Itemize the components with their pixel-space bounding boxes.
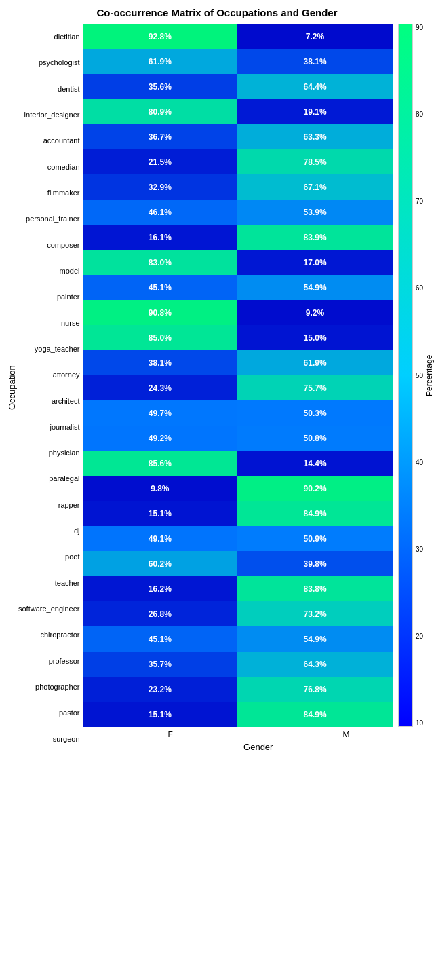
heatmap-cell-m: 90.2%	[237, 476, 393, 501]
heatmap-cell-m: 84.9%	[237, 501, 393, 526]
heatmap-cell-f: 35.6%	[83, 74, 238, 99]
heatmap-cell-f: 46.1%	[83, 200, 238, 225]
heatmap-row: 49.7%50.3%	[83, 400, 393, 426]
heatmap-cell-m: 54.9%	[237, 275, 393, 300]
heatmap-cell-f: 15.1%	[83, 702, 238, 727]
heatmap-cell-m: 63.3%	[237, 124, 393, 149]
heatmap-cell-m: 9.2%	[237, 300, 393, 325]
heatmap-row: 45.1%54.9%	[83, 626, 393, 652]
heatmap-cell-m: 67.1%	[237, 174, 393, 200]
heatmap-row: 90.8%9.2%	[83, 300, 393, 325]
heatmap: 92.8%7.2%61.9%38.1%35.6%64.4%80.9%19.1%3…	[83, 24, 393, 727]
heatmap-row: 32.9%67.1%	[83, 174, 393, 200]
heatmap-row: 15.1%84.9%	[83, 702, 393, 727]
heatmap-cell-f: 60.2%	[83, 551, 238, 576]
heatmap-cell-f: 80.9%	[83, 99, 238, 124]
heatmap-row: 49.2%50.8%	[83, 426, 393, 451]
heatmap-cell-f: 83.0%	[83, 250, 238, 275]
heatmap-row: 36.7%63.3%	[83, 124, 393, 149]
occupation-label: chiropractor	[18, 622, 80, 647]
heatmap-cell-f: 92.8%	[83, 24, 238, 49]
heatmap-cell-f: 36.7%	[83, 124, 238, 149]
heatmap-row: 23.2%76.8%	[83, 677, 393, 702]
colorbar-container: 908070605040302010 Percentage	[398, 24, 434, 727]
heatmap-cell-m: 50.8%	[237, 426, 393, 451]
occupation-label: surgeon	[18, 726, 80, 751]
heatmap-cell-m: 14.4%	[237, 451, 393, 476]
heatmap-row: 16.2%83.8%	[83, 576, 393, 601]
colorbar-tick: 10	[416, 719, 423, 727]
colorbar-tick: 60	[416, 284, 423, 292]
heatmap-cell-m: 64.4%	[237, 74, 393, 99]
occupation-label: model	[18, 258, 80, 283]
occupation-label: rapper	[18, 492, 80, 517]
heatmap-row: 45.1%54.9%	[83, 275, 393, 300]
heatmap-row: 61.9%38.1%	[83, 49, 393, 74]
heatmap-cell-m: 83.8%	[237, 576, 393, 601]
occupation-label: photographer	[18, 674, 80, 699]
heatmap-cell-f: 32.9%	[83, 174, 238, 200]
heatmap-cell-m: 15.0%	[237, 325, 393, 350]
heatmap-row: 16.1%83.9%	[83, 225, 393, 250]
occupation-label: professor	[18, 648, 80, 673]
heatmap-cell-m: 76.8%	[237, 677, 393, 702]
colorbar-tick: 70	[416, 197, 423, 205]
occupation-label: nurse	[18, 310, 80, 335]
heatmap-cell-f: 49.7%	[83, 400, 238, 426]
gender-label: F	[83, 730, 258, 739]
occupation-label: paralegal	[18, 466, 80, 491]
heatmap-cell-f: 35.7%	[83, 652, 238, 677]
heatmap-cell-m: 83.9%	[237, 225, 393, 250]
heatmap-row: 35.7%64.3%	[83, 652, 393, 677]
heatmap-cell-m: 64.3%	[237, 652, 393, 677]
heatmap-cell-f: 49.1%	[83, 526, 238, 551]
colorbar-ticks: 908070605040302010	[416, 24, 423, 727]
heatmap-cell-f: 38.1%	[83, 350, 238, 375]
heatmap-row: 80.9%19.1%	[83, 99, 393, 124]
occupation-label: software_engineer	[18, 597, 80, 622]
heatmap-cell-m: 38.1%	[237, 49, 393, 74]
heatmap-cell-f: 9.8%	[83, 476, 238, 501]
chart-area: Occupation dietitianpsychologistdentisti…	[7, 24, 434, 752]
colorbar-tick: 30	[416, 546, 423, 553]
heatmap-row: 46.1%53.9%	[83, 200, 393, 225]
occupation-labels: dietitianpsychologistdentistinterior_des…	[18, 24, 80, 752]
heatmap-cell-f: 85.6%	[83, 451, 238, 476]
heatmap-cell-f: 16.1%	[83, 225, 238, 250]
heatmap-cell-m: 19.1%	[237, 99, 393, 124]
heatmap-cell-f: 45.1%	[83, 275, 238, 300]
occupation-label: journalist	[18, 414, 80, 439]
occupation-label: filmmaker	[18, 181, 80, 206]
x-axis-title: Gender	[83, 742, 434, 752]
colorbar-tick: 80	[416, 111, 423, 118]
heatmap-cell-m: 53.9%	[237, 200, 393, 225]
heatmap-cell-m: 54.9%	[237, 626, 393, 652]
colorbar-gradient	[398, 24, 413, 727]
heatmap-row: 60.2%39.8%	[83, 551, 393, 576]
heatmap-cell-m: 7.2%	[237, 24, 393, 49]
gender-labels: FM	[83, 730, 434, 739]
heatmap-cell-f: 15.1%	[83, 501, 238, 526]
heatmap-row: 85.6%14.4%	[83, 451, 393, 476]
occupation-label: teacher	[18, 570, 80, 595]
percentage-label: Percentage	[425, 24, 434, 727]
occupation-label: psychologist	[18, 50, 80, 75]
heatmap-cell-m: 84.9%	[237, 702, 393, 727]
heatmap-row: 21.5%78.5%	[83, 149, 393, 174]
heatmap-cell-f: 90.8%	[83, 300, 238, 325]
colorbar-tick: 50	[416, 372, 423, 379]
occupation-label: pastor	[18, 700, 80, 725]
occupation-label: comedian	[18, 154, 80, 179]
heatmap-cell-f: 23.2%	[83, 677, 238, 702]
occupation-label: dietitian	[18, 24, 80, 50]
heatmap-row: 35.6%64.4%	[83, 74, 393, 99]
heatmap-row: 83.0%17.0%	[83, 250, 393, 275]
heatmap-cell-f: 85.0%	[83, 325, 238, 350]
heatmap-cell-f: 24.3%	[83, 375, 238, 400]
heatmap-cell-f: 45.1%	[83, 626, 238, 652]
heatmap-row: 49.1%50.9%	[83, 526, 393, 551]
occupation-label: composer	[18, 232, 80, 257]
heatmap-cell-m: 61.9%	[237, 350, 393, 375]
heatmap-and-colorbar: 92.8%7.2%61.9%38.1%35.6%64.4%80.9%19.1%3…	[83, 24, 434, 727]
gender-label: M	[258, 730, 434, 739]
